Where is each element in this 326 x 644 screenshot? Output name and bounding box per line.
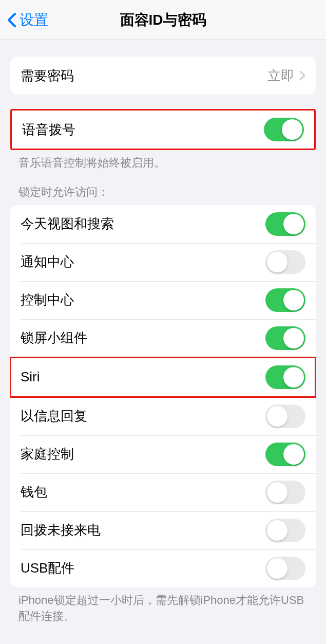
today-search-row[interactable]: 今天视图和搜索 (10, 205, 316, 243)
passcode-group: 需要密码 立即 (10, 57, 316, 95)
lock-screen-widgets-row[interactable]: 锁屏小组件 (10, 319, 316, 357)
control-center-label: 控制中心 (21, 291, 74, 309)
locked-access-group: 今天视图和搜索通知中心控制中心锁屏小组件Siri以信息回复家庭控制钱包回拨未接来… (10, 205, 316, 587)
siri-label: Siri (21, 369, 40, 385)
content: 需要密码 立即 语音拨号 音乐语音控制将始终被启用。 锁定时允许访问： 今天视图… (0, 57, 326, 634)
back-button[interactable]: 设置 (7, 10, 48, 30)
return-missed-calls-label: 回拨未接来电 (21, 521, 101, 539)
wallet-switch[interactable] (265, 481, 305, 504)
reply-with-message-row[interactable]: 以信息回复 (10, 397, 316, 435)
return-missed-calls-switch[interactable] (265, 519, 305, 542)
usb-accessories-switch[interactable] (265, 557, 305, 580)
voice-dial-switch[interactable] (264, 118, 304, 141)
chevron-right-icon (299, 70, 305, 81)
return-missed-calls-row[interactable]: 回拨未接来电 (10, 511, 316, 549)
today-search-switch[interactable] (265, 212, 305, 236)
locked-access-footer: iPhone锁定超过一小时后，需先解锁iPhone才能允许USB配件连接。 (0, 587, 326, 624)
voice-dial-row[interactable]: 语音拨号 (12, 111, 314, 149)
require-passcode-value: 立即 (267, 67, 305, 85)
page-title: 面容ID与密码 (120, 10, 206, 30)
control-center-switch[interactable] (265, 288, 305, 312)
reply-with-message-label: 以信息回复 (21, 407, 87, 425)
home-control-row[interactable]: 家庭控制 (10, 435, 316, 473)
voice-dial-group: 语音拨号 (10, 109, 316, 150)
siri-switch[interactable] (265, 365, 305, 389)
back-label: 设置 (20, 10, 48, 30)
usb-accessories-row[interactable]: USB配件 (10, 549, 316, 587)
chevron-left-icon (7, 12, 16, 28)
control-center-row[interactable]: 控制中心 (10, 281, 316, 319)
notification-center-switch[interactable] (265, 250, 305, 274)
notification-center-label: 通知中心 (21, 253, 74, 271)
today-search-label: 今天视图和搜索 (21, 215, 114, 233)
reply-with-message-switch[interactable] (265, 404, 305, 428)
wallet-label: 钱包 (21, 483, 47, 501)
home-control-label: 家庭控制 (21, 445, 74, 463)
usb-accessories-label: USB配件 (21, 559, 74, 577)
voice-dial-footer: 音乐语音控制将始终被启用。 (0, 150, 326, 171)
lock-screen-widgets-label: 锁屏小组件 (21, 329, 87, 347)
wallet-row[interactable]: 钱包 (10, 473, 316, 511)
home-control-switch[interactable] (265, 443, 305, 466)
require-passcode-row[interactable]: 需要密码 立即 (10, 57, 316, 95)
nav-bar: 设置 面容ID与密码 (0, 0, 326, 40)
notification-center-row[interactable]: 通知中心 (10, 243, 316, 281)
lock-screen-widgets-switch[interactable] (265, 326, 305, 350)
siri-row[interactable]: Siri (10, 357, 316, 397)
require-passcode-label: 需要密码 (21, 67, 74, 85)
voice-dial-label: 语音拨号 (22, 121, 75, 139)
locked-access-header: 锁定时允许访问： (0, 171, 326, 200)
